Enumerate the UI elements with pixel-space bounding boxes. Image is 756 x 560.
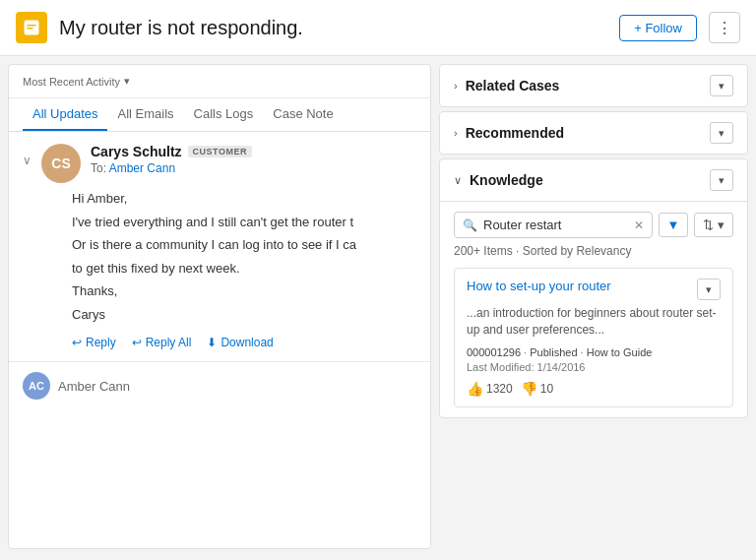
related-cases-title: Related Cases <box>466 78 710 93</box>
activity-header: Most Recent Activity ▾ <box>9 65 430 98</box>
filter-button[interactable]: ▼ <box>659 213 689 237</box>
tab-all-emails[interactable]: All Emails <box>107 98 183 131</box>
svg-rect-1 <box>28 25 36 27</box>
search-box: 🔍 Router restart ✕ <box>454 212 653 238</box>
email-greeting: Hi Amber, <box>72 189 416 209</box>
customer-badge: CUSTOMER <box>188 146 252 157</box>
thumbs-down-icon: 👎 <box>521 381 537 397</box>
recommended-header[interactable]: › Recommended ▾ <box>440 112 747 154</box>
email-body-line1: I've tried everything and I still can't … <box>72 213 416 232</box>
knowledge-dropdown-button[interactable]: ▾ <box>710 169 733 191</box>
case-icon <box>16 12 47 43</box>
svg-rect-2 <box>28 28 33 30</box>
related-cases-section: › Related Cases ▾ <box>439 64 748 107</box>
left-panel: Most Recent Activity ▾ All Updates All E… <box>8 64 431 549</box>
right-panel: › Related Cases ▾ › Recommended ▾ ∨ Know… <box>431 56 756 557</box>
email-item: ∨ CS Carys Schultz CUSTOMER To: Amber Ca… <box>9 132 430 361</box>
email-top: ∨ CS Carys Schultz CUSTOMER To: Amber Ca… <box>23 144 416 183</box>
article-number: 000001296 <box>467 346 521 358</box>
tab-case-note[interactable]: Case Note <box>263 98 343 131</box>
preview-avatar: AC <box>23 372 50 400</box>
sender-row: Carys Schultz CUSTOMER <box>91 144 416 159</box>
page-title: My router is not responding. <box>59 17 607 39</box>
email-thanks: Thanks, <box>72 281 416 301</box>
article-excerpt: ...an introduction for beginners about r… <box>467 305 721 340</box>
clear-search-icon[interactable]: ✕ <box>634 218 644 232</box>
sort-button[interactable]: ⇅ ▾ <box>694 213 733 237</box>
article-meta: 000001296 · Published · How to Guide <box>467 346 721 358</box>
recommended-chevron: › <box>454 127 458 139</box>
knowledge-title: Knowledge <box>470 172 710 188</box>
sort-icon: ⇅ ▾ <box>703 218 724 232</box>
email-body-line3: to get this fixed by next week. <box>72 259 416 279</box>
related-cases-header[interactable]: › Related Cases ▾ <box>440 65 747 106</box>
email-actions: ↩ Reply ↩ Reply All ⬇ Download <box>72 336 416 349</box>
tab-all-updates[interactable]: All Updates <box>23 98 107 131</box>
filter-icon: ▼ <box>667 218 680 232</box>
case-icon-svg <box>23 19 40 36</box>
tabs-row: All Updates All Emails Calls Logs Case N… <box>9 98 430 132</box>
email-sign: Carys <box>72 305 416 325</box>
knowledge-header[interactable]: ∨ Knowledge ▾ <box>440 159 747 202</box>
activity-sort-label: Most Recent Activity <box>23 76 120 88</box>
to-link[interactable]: Amber Cann <box>109 161 175 175</box>
thumbs-down-count: 10 <box>540 382 553 396</box>
results-count: 200+ Items · Sorted by Relevancy <box>454 244 733 258</box>
article-date: Last Modified: 1/14/2016 <box>467 361 721 373</box>
knowledge-section: ∨ Knowledge ▾ 🔍 Router restart ✕ ▼ ⇅ <box>439 158 748 418</box>
avatar: CS <box>41 144 81 183</box>
activity-dropdown-arrow[interactable]: ▾ <box>124 75 130 88</box>
search-value: Router restart <box>483 218 628 232</box>
recommended-dropdown-button[interactable]: ▾ <box>710 122 733 144</box>
email-preview-row: AC Amber Cann <box>9 361 430 409</box>
thumbs-up-count: 1320 <box>486 382 513 396</box>
preview-sender: Amber Cann <box>58 379 130 394</box>
tab-calls-logs[interactable]: Calls Logs <box>184 98 264 131</box>
search-row: 🔍 Router restart ✕ ▼ ⇅ ▾ <box>454 212 733 238</box>
sender-name: Carys Schultz <box>91 144 182 159</box>
main-content: Most Recent Activity ▾ All Updates All E… <box>0 56 756 557</box>
reply-all-button[interactable]: ↩ Reply All <box>132 336 192 349</box>
vote-row: 👍 1320 👎 10 <box>467 381 721 397</box>
email-meta: Carys Schultz CUSTOMER To: Amber Cann <box>91 144 416 175</box>
email-body: Hi Amber, I've tried everything and I st… <box>72 189 416 324</box>
recommended-title: Recommended <box>466 125 710 141</box>
email-body-line2: Or is there a community I can log into t… <box>72 235 416 255</box>
follow-button[interactable]: + Follow <box>619 15 697 41</box>
article-title[interactable]: How to set-up your router <box>467 279 611 293</box>
recommended-section: › Recommended ▾ <box>439 111 748 155</box>
email-expand-chevron[interactable]: ∨ <box>23 154 32 167</box>
knowledge-chevron: ∨ <box>454 174 462 187</box>
article-card: How to set-up your router ▾ ...an introd… <box>454 268 733 407</box>
knowledge-body: 🔍 Router restart ✕ ▼ ⇅ ▾ 200+ Items · So… <box>440 202 747 417</box>
thumbs-up-button[interactable]: 👍 1320 <box>467 381 513 397</box>
article-header: How to set-up your router ▾ <box>467 279 721 300</box>
related-cases-dropdown-button[interactable]: ▾ <box>710 75 733 96</box>
article-status: Published <box>530 346 577 358</box>
thumbs-down-button[interactable]: 👎 10 <box>521 381 553 397</box>
more-button[interactable]: ⋮ <box>709 12 740 43</box>
article-dropdown-button[interactable]: ▾ <box>697 279 721 300</box>
thumbs-up-icon: 👍 <box>467 381 483 397</box>
article-type: How to Guide <box>587 346 653 358</box>
to-line: To: Amber Cann <box>91 161 416 175</box>
reply-button[interactable]: ↩ Reply <box>72 336 116 349</box>
page-header: My router is not responding. + Follow ⋮ <box>0 0 756 56</box>
search-icon: 🔍 <box>463 218 477 232</box>
download-button[interactable]: ⬇ Download <box>207 336 273 349</box>
related-cases-chevron: › <box>454 80 458 92</box>
